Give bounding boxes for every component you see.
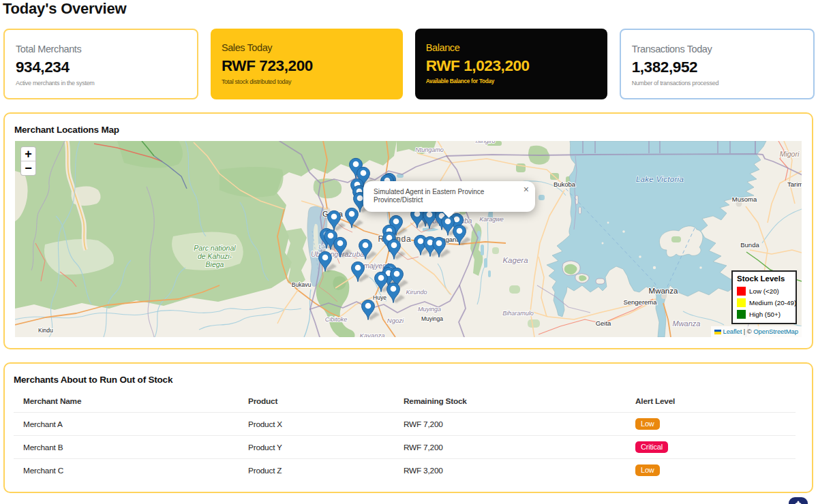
- svg-text:Sengerema: Sengerema: [623, 298, 657, 306]
- svg-text:Ngozi: Ngozi: [387, 317, 404, 324]
- svg-text:Musoma: Musoma: [732, 195, 757, 203]
- svg-text:Muyinga: Muyinga: [421, 315, 443, 322]
- svg-text:Tarime: Tarime: [787, 180, 802, 188]
- svg-text:Biharamulo: Biharamulo: [502, 310, 534, 317]
- svg-text:Mwanza: Mwanza: [673, 319, 701, 328]
- svg-text:Lake Victoria: Lake Victoria: [636, 175, 684, 183]
- svg-text:Ntungamo: Ntungamo: [415, 146, 444, 153]
- svg-text:Karagwe: Karagwe: [479, 216, 504, 223]
- svg-text:Bunda: Bunda: [740, 241, 759, 249]
- svg-text:Bukoba: Bukoba: [554, 180, 576, 188]
- svg-text:Kagera: Kagera: [502, 256, 528, 264]
- svg-text:Muyinga: Muyinga: [418, 306, 441, 313]
- svg-text:Huye: Huye: [373, 294, 387, 301]
- svg-text:Biega: Biega: [206, 260, 224, 268]
- svg-text:Parc national: Parc national: [194, 244, 236, 252]
- svg-text:Isingiro: Isingiro: [475, 141, 495, 144]
- svg-text:Cibitoke: Cibitoke: [325, 316, 348, 323]
- svg-text:Kirundo: Kirundo: [406, 289, 427, 296]
- svg-text:Geita: Geita: [596, 319, 611, 327]
- svg-text:Kayanza: Kayanza: [360, 332, 385, 337]
- svg-text:Migori: Migori: [780, 150, 800, 158]
- svg-text:de Kahuzi-: de Kahuzi-: [198, 252, 232, 260]
- svg-text:Kindu: Kindu: [38, 327, 53, 334]
- svg-text:Bukavu: Bukavu: [292, 281, 312, 288]
- svg-text:Mwanza: Mwanza: [649, 287, 678, 295]
